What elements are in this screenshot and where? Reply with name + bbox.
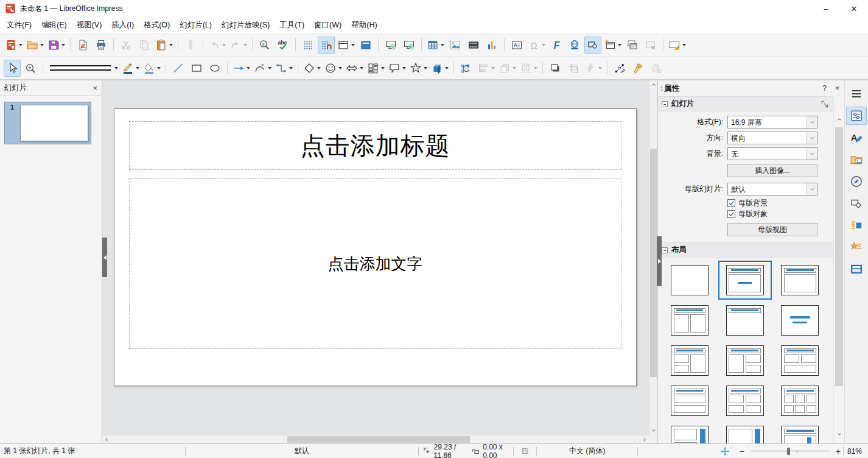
line-color-button[interactable] — [121, 60, 141, 77]
panel-scrollbar[interactable] — [833, 96, 844, 443]
layout-vertical-title-text-chart[interactable] — [663, 421, 716, 443]
layout-section-header[interactable]: 布局 — [658, 242, 833, 258]
checkbox-checked-icon[interactable] — [727, 199, 735, 207]
layout-title-content-over-content[interactable] — [663, 381, 716, 420]
panel-grip-icon[interactable]: ⁞⁞ — [660, 85, 662, 92]
duplicate-slide-button[interactable] — [624, 37, 641, 54]
panel-scroll-thumb[interactable] — [835, 127, 843, 386]
sidebar-tab-gallery[interactable] — [846, 150, 867, 169]
master-slide-button[interactable] — [357, 37, 374, 54]
sidebar-tab-styles[interactable]: A — [846, 129, 867, 147]
menu-item-edit[interactable]: 编辑(E) — [37, 18, 72, 33]
zoom-slider-thumb[interactable] — [787, 448, 790, 455]
dropdown-arrow-icon[interactable] — [169, 44, 173, 46]
panel-close-icon[interactable]: × — [835, 84, 839, 93]
zoom-in-button[interactable]: + — [833, 446, 843, 456]
layout-title-only[interactable] — [718, 301, 772, 340]
chevron-down-icon[interactable] — [807, 116, 817, 128]
master-slide-select[interactable]: 默认 — [727, 183, 817, 196]
dropdown-arrow-icon[interactable] — [157, 67, 161, 69]
layout-blank[interactable] — [663, 261, 716, 300]
dropdown-arrow-icon[interactable] — [381, 67, 385, 69]
layout-title-content-box[interactable] — [773, 261, 827, 300]
sidebar-tab-master-slides[interactable] — [846, 260, 867, 278]
fit-slide[interactable] — [720, 444, 737, 458]
dropdown-arrow-icon[interactable] — [247, 67, 250, 69]
insert-line-button[interactable] — [170, 60, 187, 77]
scroll-up-icon[interactable] — [649, 80, 657, 89]
dropdown-arrow-icon[interactable] — [351, 44, 355, 46]
scroll-down-icon[interactable] — [834, 430, 844, 439]
dropdown-arrow-icon[interactable] — [338, 67, 342, 69]
orientation-select[interactable]: 横向 — [727, 132, 817, 144]
layout-title-content-2content[interactable] — [718, 341, 772, 380]
slide-properties-button[interactable] — [667, 37, 687, 54]
show-draw-functions-button[interactable] — [584, 37, 601, 54]
insert-image-button[interactable]: 插入图像... — [727, 164, 817, 177]
save-button[interactable] — [46, 37, 66, 54]
insert-image-button[interactable] — [447, 37, 464, 54]
scroll-right-icon[interactable] — [640, 435, 649, 443]
layout-title-2content[interactable] — [663, 301, 716, 340]
dropdown-arrow-icon[interactable] — [136, 67, 139, 69]
sidebar-tab-animation[interactable] — [846, 238, 867, 256]
vertical-scrollbar[interactable] — [649, 80, 657, 435]
slide-thumbnail[interactable]: 1 — [4, 102, 91, 144]
glue-points-button[interactable] — [629, 60, 646, 77]
dropdown-arrow-icon[interactable] — [289, 67, 293, 69]
layout-title-4content[interactable] — [718, 381, 772, 420]
layout-title-vertical-text[interactable] — [773, 421, 827, 443]
zoom-pan-button[interactable] — [22, 60, 39, 77]
chevron-down-icon[interactable] — [807, 132, 817, 144]
master-view-button[interactable]: 母版视图 — [727, 223, 817, 236]
export-pdf-button[interactable] — [74, 37, 91, 54]
menu-item-slideshow[interactable]: 幻灯片放映(S) — [217, 18, 275, 33]
sidebar-splitter[interactable] — [657, 236, 662, 286]
ellipse-button[interactable] — [206, 60, 223, 77]
find-replace-button[interactable]: a — [256, 37, 273, 54]
layout-centered-text[interactable] — [773, 301, 827, 340]
outline-placeholder[interactable]: 点击添加文字 — [129, 178, 621, 349]
dropdown-arrow-icon[interactable] — [441, 44, 444, 46]
slide-page[interactable]: 点击添加标题 点击添加文字 — [114, 108, 637, 386]
display-grid-button[interactable] — [299, 37, 317, 54]
dropdown-arrow-icon[interactable] — [61, 44, 65, 46]
minimize-button[interactable]: – — [812, 0, 840, 17]
curves-polygons-button[interactable] — [253, 60, 273, 77]
background-select[interactable]: 无 — [727, 147, 817, 160]
sidebar-tab-navigator[interactable] — [846, 172, 867, 191]
layout-vertical-title-vertical-text[interactable] — [718, 421, 772, 443]
edit-points-button[interactable] — [611, 60, 628, 77]
horizontal-scrollbar[interactable] — [102, 435, 649, 443]
layout-title-2content-content[interactable] — [663, 341, 716, 380]
menu-item-insert[interactable]: 插入(I) — [107, 18, 139, 33]
vertical-scroll-thumb[interactable] — [650, 149, 657, 377]
layout-title-content[interactable] — [718, 261, 772, 300]
lines-and-arrows-button[interactable] — [231, 60, 251, 77]
new-slide-button[interactable] — [603, 37, 623, 54]
zoom-level[interactable]: 81% — [844, 444, 868, 458]
horizontal-scroll-thumb[interactable] — [287, 436, 470, 443]
fill-color-button[interactable] — [142, 60, 162, 77]
dropdown-arrow-icon[interactable] — [598, 67, 602, 69]
zoom-slider[interactable] — [751, 447, 830, 456]
fontwork-button[interactable]: F — [548, 37, 565, 54]
open-button[interactable] — [25, 37, 45, 54]
layout-title-6content[interactable] — [773, 381, 827, 420]
shadow-button[interactable] — [547, 60, 564, 77]
title-placeholder[interactable]: 点击添加标题 — [129, 121, 621, 170]
rectangle-button[interactable] — [188, 60, 205, 77]
hyperlink-button[interactable] — [566, 37, 583, 54]
dropdown-arrow-icon[interactable] — [618, 44, 621, 46]
connectors-button[interactable] — [274, 60, 294, 77]
menu-item-view[interactable]: 视图(V) — [72, 18, 107, 33]
close-button[interactable]: ✕ — [840, 0, 868, 17]
sidebar-menu-button[interactable] — [846, 85, 867, 103]
chevron-down-icon[interactable] — [807, 148, 817, 160]
slide-panel-splitter[interactable] — [102, 238, 107, 277]
master-objects-checkbox[interactable]: 母版对象 — [727, 209, 833, 219]
template-name[interactable]: 默认 — [186, 444, 418, 458]
dropdown-arrow-icon[interactable] — [222, 44, 226, 46]
dropdown-arrow-icon[interactable] — [513, 67, 516, 69]
checkbox-checked-icon[interactable] — [727, 210, 735, 218]
